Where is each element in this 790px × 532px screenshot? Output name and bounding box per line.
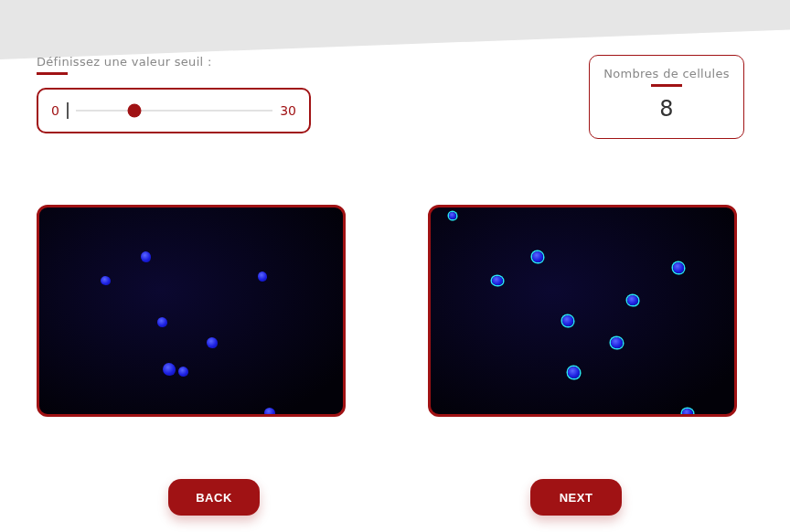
cell-blob [264, 408, 275, 417]
threshold-label: Définissez une valeur seuil : [37, 55, 311, 69]
cell-blob [627, 295, 638, 305]
cell-blob [562, 315, 573, 326]
cell-blob [157, 317, 167, 327]
next-button[interactable]: NEXT [530, 479, 622, 516]
cell-blob [258, 271, 267, 282]
cell-blob [611, 337, 623, 348]
count-label: Nombres de cellules [603, 67, 731, 80]
count-value: 8 [603, 96, 731, 122]
cell-count-box: Nombres de cellules 8 [589, 55, 744, 139]
threshold-section: Définissez une valeur seuil : 0 30 [37, 55, 311, 133]
cell-blob [449, 212, 456, 219]
cell-blob [141, 251, 151, 262]
cell-blob [207, 337, 218, 348]
count-underline [651, 84, 682, 87]
cell-blob [682, 409, 693, 417]
slider-thumb[interactable] [128, 104, 142, 118]
cell-blob [673, 262, 684, 273]
cell-blob [163, 363, 176, 376]
cell-blob [492, 276, 503, 285]
cell-blob [101, 276, 111, 285]
threshold-slider[interactable] [76, 102, 272, 119]
processed-image-panel [428, 205, 737, 417]
threshold-slider-box: 0 30 [37, 88, 311, 133]
cell-blob [532, 251, 543, 262]
slider-min-label: 0 [51, 103, 59, 118]
back-button[interactable]: BACK [168, 479, 260, 516]
cell-blob [178, 367, 188, 377]
slider-start-tick [67, 102, 69, 119]
slider-max-label: 30 [280, 103, 296, 118]
original-image-panel [37, 205, 346, 417]
threshold-underline [37, 72, 68, 75]
cell-blob [568, 367, 580, 378]
